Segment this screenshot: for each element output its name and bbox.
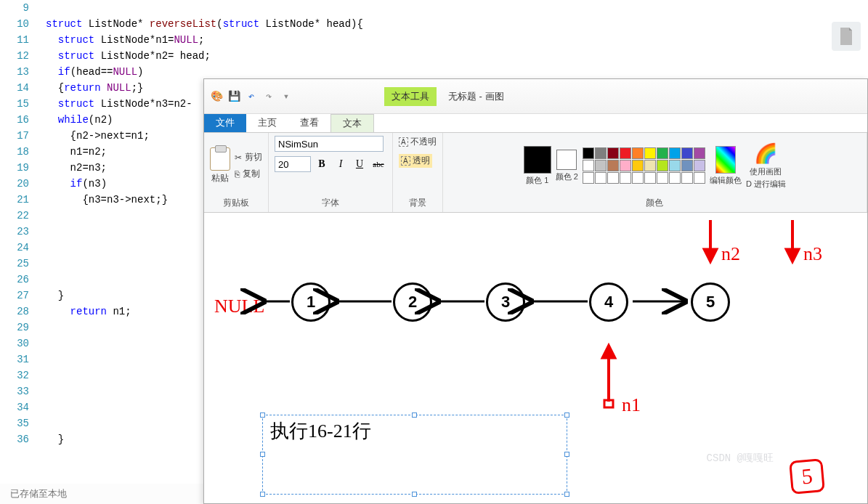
color-swatch[interactable] [607,172,619,184]
code-text: n1=n2; [40,144,107,160]
color-swatch[interactable] [644,172,656,184]
strike-button[interactable]: abc [370,156,386,172]
document-icon[interactable] [832,22,861,51]
n2-pointer-label: n2 [721,243,740,265]
code-line[interactable]: 10struct ListNode* reverseList(struct Li… [0,16,868,32]
tab-text[interactable]: 文本 [330,114,374,132]
line-number: 19 [0,160,40,176]
tab-file[interactable]: 文件 [204,114,246,132]
color-swatch[interactable] [657,172,668,184]
line-number: 31 [0,351,40,367]
cut-button[interactable]: ✂剪切 [235,151,262,163]
line-number: 14 [0,80,40,96]
code-text [40,224,46,240]
color-swatch[interactable] [681,160,693,171]
italic-button[interactable]: I [333,156,349,172]
resize-handle[interactable] [260,412,265,418]
color-swatch[interactable] [607,147,619,159]
watermark: CSDN @嘎嘎旺 [707,452,774,465]
line-number: 25 [0,256,40,272]
resize-handle[interactable] [412,492,417,497]
n3-pointer-label: n3 [803,243,822,265]
text-edit-box[interactable]: 执行16-21行 [262,415,567,495]
tab-home[interactable]: 主页 [246,114,288,132]
color-swatch[interactable] [657,160,668,171]
redo-icon[interactable]: ↷ [262,90,275,103]
color-swatch[interactable] [632,172,644,184]
color-swatch[interactable] [657,147,668,159]
undo-icon[interactable]: ↶ [245,90,258,103]
color-swatch[interactable] [620,147,631,159]
color-swatch[interactable] [694,160,705,171]
line-number: 21 [0,192,40,208]
color-swatch[interactable] [583,160,594,171]
resize-handle[interactable] [564,412,569,418]
copy-button[interactable]: ⎘复制 [235,168,262,180]
code-line[interactable]: 13 if(head==NULL) [0,64,868,80]
paste-button[interactable]: 粘贴 [210,147,230,184]
line-number: 18 [0,144,40,160]
color-swatch[interactable] [694,172,705,184]
color-swatch[interactable] [595,147,607,159]
resize-handle[interactable] [564,452,569,457]
color-swatch[interactable] [620,160,631,171]
transparent-option[interactable]: A透明 [399,154,432,168]
font-size-select[interactable] [275,156,311,172]
color-swatch[interactable] [583,147,594,159]
save-icon[interactable]: 💾 [227,90,240,103]
code-text: {return NULL;} [40,80,143,96]
code-text: return n1; [40,304,131,320]
bold-button[interactable]: B [314,156,330,172]
svg-marker-6 [704,249,717,262]
color-swatch[interactable] [644,160,656,171]
color-swatch[interactable] [681,147,693,159]
group-label: 剪贴板 [223,195,249,211]
resize-handle[interactable] [564,492,569,497]
qat-dropdown-icon[interactable]: ▾ [280,90,293,103]
color-swatch[interactable] [669,160,681,171]
color-swatch[interactable] [681,172,693,184]
resize-handle[interactable] [260,492,265,497]
code-line[interactable]: 9 [0,0,868,16]
color-swatch[interactable] [632,147,644,159]
code-text: while(n2) [40,112,113,128]
underline-button[interactable]: U [352,156,368,172]
code-text [40,272,46,288]
resize-handle[interactable] [412,412,417,418]
code-text: if(n3) [40,176,107,192]
line-number: 15 [0,96,40,112]
group-label: 颜色 [646,195,663,211]
font-name-select[interactable] [275,136,384,152]
color1-swatch [524,146,551,174]
color-swatch[interactable] [583,172,594,184]
node-1: 1 [291,283,330,322]
color-swatch[interactable] [607,160,619,171]
code-text: struct ListNode*n2= head; [40,48,211,64]
code-text [40,0,46,16]
paint3d-button[interactable]: 🌈 使用画图 D 进行编辑 [746,142,786,190]
tab-view[interactable]: 查看 [288,114,330,132]
color-swatch[interactable] [694,147,705,159]
opaque-option[interactable]: A不透明 [399,136,437,148]
code-line[interactable]: 11 struct ListNode*n1=NULL; [0,32,868,48]
resize-handle[interactable] [260,452,265,457]
transparent-icon: A [401,156,410,166]
color-swatch[interactable] [669,172,681,184]
color-swatch[interactable] [669,147,681,159]
status-text: 已存储至本地 [10,487,67,500]
line-number: 12 [0,48,40,64]
color-swatch[interactable] [595,160,607,171]
color1-button[interactable]: 颜色 1 [524,146,551,186]
code-text: } [40,288,64,304]
line-number: 13 [0,64,40,80]
color-swatch[interactable] [620,172,631,184]
code-line[interactable]: 12 struct ListNode*n2= head; [0,48,868,64]
line-number: 9 [0,0,40,16]
color-swatch[interactable] [644,147,656,159]
color-swatch[interactable] [595,172,607,184]
color-swatch[interactable] [632,160,644,171]
color2-button[interactable]: 颜色 2 [556,150,578,182]
edit-colors-button[interactable]: 编辑颜色 [710,146,742,186]
null-label: NULL [214,296,264,317]
node-3: 3 [486,283,525,322]
